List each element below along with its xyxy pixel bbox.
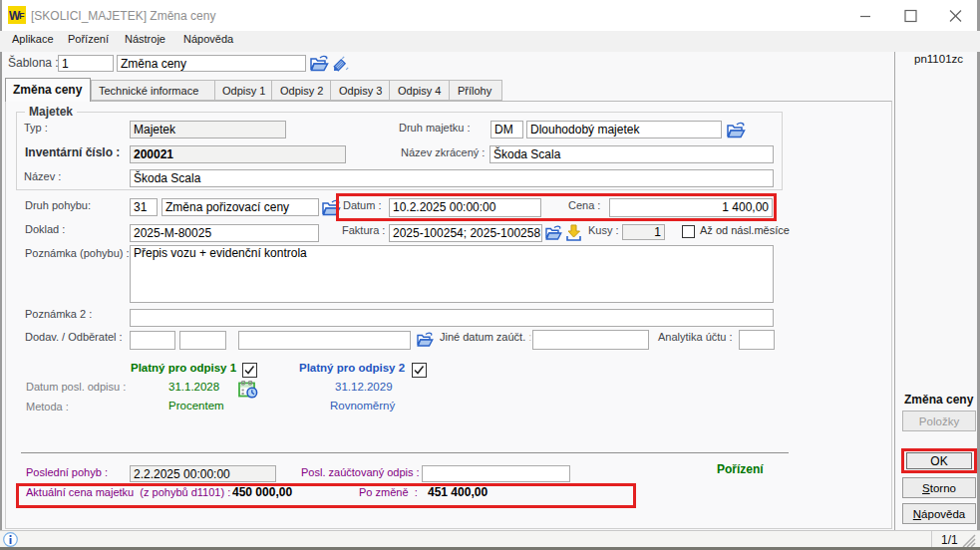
svg-text:F: F — [19, 11, 25, 21]
